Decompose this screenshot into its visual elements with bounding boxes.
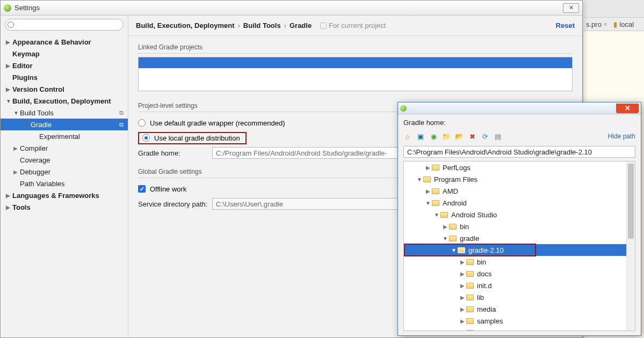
- delete-icon[interactable]: ✖: [468, 132, 476, 141]
- folder-label: media: [477, 305, 496, 313]
- folder-icon: [432, 165, 439, 171]
- folder-program-files[interactable]: Program Files: [404, 173, 635, 185]
- sidebar-item-label: Experimental: [39, 133, 80, 141]
- chevron-icon: [442, 236, 449, 241]
- chevron-icon: [13, 145, 20, 151]
- folder-amd[interactable]: AMD: [404, 185, 635, 197]
- refresh-icon[interactable]: ⟳: [481, 132, 489, 141]
- search-input[interactable]: [5, 19, 124, 31]
- chevron-icon: [459, 330, 466, 332]
- desktop-icon[interactable]: ▣: [416, 132, 425, 141]
- folder-label: gradle: [460, 234, 479, 243]
- chevron-icon: [6, 204, 12, 210]
- folder-samples[interactable]: samples: [404, 315, 635, 327]
- file-tree[interactable]: PerfLogsProgram FilesAMDAndroidAndroid S…: [403, 161, 635, 331]
- sidebar-item-label: Coverage: [20, 156, 50, 164]
- sidebar-item-label: Compiler: [20, 144, 48, 152]
- close-icon[interactable]: ×: [604, 21, 607, 27]
- sidebar-item-label: Appearance & Behavior: [12, 38, 91, 46]
- dialog-close-button[interactable]: ✕: [616, 104, 639, 113]
- sidebar-item-path-variables[interactable]: Path Variables: [1, 178, 128, 189]
- sidebar-item-label: Path Variables: [20, 180, 65, 188]
- checkbox-icon[interactable]: ✓: [138, 185, 146, 193]
- path-input[interactable]: [403, 146, 635, 158]
- folder-init-d[interactable]: init.d: [404, 280, 635, 291]
- section-label: Linked Gradle projects: [138, 40, 573, 53]
- breadcrumb: Build, Execution, Deployment › Build Too…: [136, 21, 386, 30]
- project-icon[interactable]: ◉: [429, 132, 438, 141]
- chevron-icon: [416, 177, 423, 182]
- chevron-icon: [424, 165, 432, 171]
- sidebar-item-tools[interactable]: Tools: [1, 201, 128, 213]
- folder-gradle[interactable]: gradle: [404, 232, 635, 244]
- folder-lib[interactable]: lib: [404, 291, 635, 303]
- settings-sidebar: Appearance & BehaviorKeymapEditorPlugins…: [1, 16, 128, 337]
- sidebar-item-compiler[interactable]: Compiler: [1, 142, 128, 154]
- scrollbar[interactable]: [626, 161, 635, 330]
- project-icon: [320, 23, 327, 29]
- sidebar-item-build-execution-deployment[interactable]: Build, Execution, Deployment: [1, 95, 128, 107]
- folder-bin[interactable]: bin: [404, 221, 635, 232]
- folder-label: init.d: [477, 282, 491, 290]
- sidebar-item-experimental[interactable]: Experimental: [1, 130, 128, 142]
- hide-path-link[interactable]: Hide path: [608, 133, 635, 140]
- chevron-icon: [24, 122, 31, 128]
- folder-bin[interactable]: bin: [404, 256, 635, 268]
- linked-projects-list[interactable]: [138, 57, 573, 91]
- sidebar-item-coverage[interactable]: Coverage: [1, 154, 128, 166]
- folder-label: PerfLogs: [443, 164, 471, 172]
- chevron-icon: [6, 193, 12, 199]
- folder-icon: [432, 200, 439, 206]
- sidebar-item-label: Build Tools: [20, 109, 54, 117]
- chevron-icon: [6, 98, 12, 104]
- chevron-icon: [13, 169, 20, 175]
- folder-src[interactable]: src: [404, 327, 635, 331]
- folder-label: docs: [477, 270, 491, 278]
- sidebar-item-debugger[interactable]: Debugger: [1, 166, 128, 178]
- folder-label: AMD: [443, 187, 458, 195]
- sidebar-item-appearance-behavior[interactable]: Appearance & Behavior: [1, 36, 128, 48]
- scrollbar-thumb[interactable]: [628, 164, 634, 239]
- chevron-icon: [459, 259, 466, 265]
- sidebar-item-languages-frameworks[interactable]: Languages & Frameworks: [1, 189, 128, 201]
- project-scope-icon: ⧉: [119, 109, 124, 116]
- reset-link[interactable]: Reset: [556, 21, 575, 30]
- chevron-icon: [6, 86, 12, 92]
- close-button[interactable]: ✕: [563, 3, 579, 13]
- folder-icon: [458, 247, 465, 253]
- editor-tab[interactable]: s.pro×: [583, 19, 610, 30]
- folder-icon: [440, 212, 448, 218]
- folder-label: Android: [443, 199, 467, 207]
- show-hidden-icon[interactable]: ▤: [494, 132, 502, 141]
- sidebar-item-build-tools[interactable]: Build Tools⧉: [1, 107, 128, 119]
- folder-gradle-2-10[interactable]: gradle-2.10: [404, 244, 635, 256]
- folder-up-icon[interactable]: 📂: [455, 132, 464, 141]
- chevron-icon: [459, 271, 466, 277]
- folder-media[interactable]: media: [404, 303, 635, 315]
- folder-android[interactable]: Android: [404, 197, 635, 209]
- folder-label: bin: [477, 258, 486, 266]
- folder-android-studio[interactable]: Android Studio: [404, 209, 635, 221]
- sidebar-item-plugins[interactable]: Plugins: [1, 71, 128, 83]
- chevron-icon: [13, 110, 20, 116]
- settings-tree: Appearance & BehaviorKeymapEditorPlugins…: [1, 34, 128, 337]
- chevron-icon: [424, 200, 432, 206]
- home-icon[interactable]: ⌂: [403, 132, 412, 141]
- folder-docs[interactable]: docs: [404, 268, 635, 280]
- sidebar-item-version-control[interactable]: Version Control: [1, 83, 128, 95]
- folder-icon: [466, 306, 474, 312]
- folder-perflogs[interactable]: PerfLogs: [404, 161, 635, 173]
- editor-tab[interactable]: ▮local: [610, 19, 637, 30]
- sidebar-item-editor[interactable]: Editor: [1, 60, 128, 71]
- sidebar-item-keymap[interactable]: Keymap: [1, 48, 128, 60]
- list-item[interactable]: [139, 57, 572, 68]
- chevron-icon: [459, 283, 466, 289]
- radio-icon[interactable]: [138, 119, 146, 127]
- sidebar-item-label: Editor: [12, 62, 33, 70]
- field-label: Gradle home:: [138, 149, 208, 157]
- app-icon: [4, 4, 11, 12]
- new-folder-icon[interactable]: 📁: [442, 132, 451, 141]
- radio-icon[interactable]: [142, 134, 150, 142]
- sidebar-item-gradle[interactable]: Gradle⧉: [1, 119, 128, 130]
- editor-tabs: s.pro× ▮local: [583, 17, 644, 31]
